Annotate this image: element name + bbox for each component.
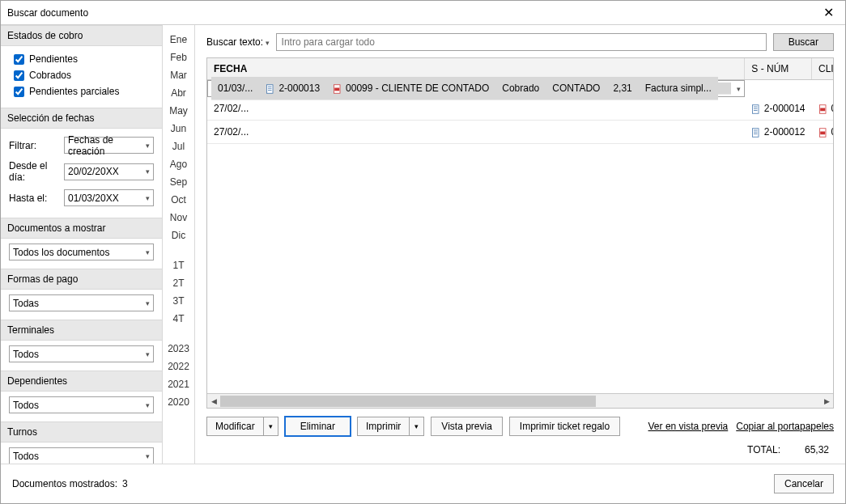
horizontal-scrollbar[interactable]: ◀ ▶ xyxy=(207,393,833,408)
month-nov[interactable]: Nov xyxy=(170,210,187,225)
period-picker: Ene Feb Mar Abr May Jun Jul Ago Sep Oct … xyxy=(163,25,195,464)
chk-cobrados[interactable]: Cobrados xyxy=(9,67,154,83)
search-bar: Buscar texto: Buscar xyxy=(195,25,845,57)
month-feb[interactable]: Feb xyxy=(170,49,187,65)
year-2020[interactable]: 2020 xyxy=(168,394,189,409)
turnos-select[interactable]: Todos xyxy=(9,447,154,464)
buscar-button[interactable]: Buscar xyxy=(773,33,834,51)
section-estados: Estados de cobro xyxy=(1,25,162,46)
chk-pendientes[interactable]: Pendientes xyxy=(9,51,154,67)
year-2022[interactable]: 2022 xyxy=(168,358,189,374)
imprimir-dropdown[interactable]: ▾ xyxy=(410,417,424,436)
table-row[interactable]: 01/03/...2-00001300099 - CLIENTE DE CONT… xyxy=(207,80,745,97)
hasta-label: Hasta el: xyxy=(9,193,61,204)
shown-count: 3 xyxy=(122,478,128,489)
svg-rect-0 xyxy=(267,85,274,94)
year-2021[interactable]: 2021 xyxy=(168,376,189,392)
ticket-regalo-button[interactable]: Imprimir ticket regalo xyxy=(509,417,620,436)
sidebar: Estados de cobro Pendientes Cobrados Pen… xyxy=(1,25,163,464)
section-turnos: Turnos xyxy=(1,421,162,443)
table-row[interactable]: 27/02/...2-00001400099 - CLIENTE DE CONT… xyxy=(207,97,833,121)
section-fechas: Selección de fechas xyxy=(1,108,162,129)
search-input[interactable] xyxy=(276,33,767,51)
hasta-date[interactable]: 01/03/20XX xyxy=(64,189,154,206)
total-row: TOTAL: 65,32 xyxy=(195,441,845,464)
table-row[interactable]: 27/02/...2-00001200002 - JUAN GARCIA CBC… xyxy=(207,121,833,144)
modificar-button[interactable]: Modificar xyxy=(206,417,264,436)
total-value: 65,32 xyxy=(805,444,829,455)
quarter-4t[interactable]: 4T xyxy=(172,311,184,326)
filtrar-label: Filtrar: xyxy=(9,140,61,151)
chk-parciales[interactable]: Pendientes parciales xyxy=(9,83,154,100)
quarter-2t[interactable]: 2T xyxy=(172,275,184,290)
docs-select[interactable]: Todos los documentos xyxy=(9,244,154,260)
month-jun[interactable]: Jun xyxy=(171,121,186,136)
formas-select[interactable]: Todas xyxy=(9,294,154,311)
section-formas: Formas de pago xyxy=(1,269,162,290)
scroll-thumb[interactable] xyxy=(220,396,596,407)
dialog-buscar-documento: Buscar documento ✕ Estados de cobro Pend… xyxy=(0,0,846,504)
action-row: Modificar ▾ Eliminar Imprimir ▾ Vista pr… xyxy=(195,409,845,441)
year-2023[interactable]: 2023 xyxy=(168,341,189,356)
month-may[interactable]: May xyxy=(169,103,188,118)
svg-rect-11 xyxy=(820,108,825,111)
link-copiar-portapapeles[interactable]: Copiar al portapapeles xyxy=(736,421,834,432)
svg-rect-6 xyxy=(752,105,759,114)
results-grid[interactable]: FECHA S - NÚM CLIENTE COBRO FORMA DE PAG… xyxy=(207,58,833,393)
link-vista-previa[interactable]: Ver en vista previa xyxy=(648,421,729,432)
imprimir-button[interactable]: Imprimir xyxy=(357,417,410,436)
month-sep[interactable]: Sep xyxy=(170,174,187,189)
quarter-3t[interactable]: 3T xyxy=(172,293,184,308)
modificar-dropdown[interactable]: ▾ xyxy=(264,417,278,436)
col-cliente[interactable]: CLIENTE xyxy=(812,58,833,80)
month-mar[interactable]: Mar xyxy=(170,67,187,83)
shown-label: Documentos mostrados: xyxy=(12,478,117,489)
total-label: TOTAL: xyxy=(747,444,780,455)
scroll-right-icon[interactable]: ▶ xyxy=(821,396,832,407)
terminales-select[interactable]: Todos xyxy=(9,345,154,362)
footer: Documentos mostrados: 3 Cancelar xyxy=(1,464,845,503)
dependientes-select[interactable]: Todos xyxy=(9,396,154,413)
desde-label: Desde el día: xyxy=(9,160,61,183)
month-ago[interactable]: Ago xyxy=(170,156,187,172)
quarter-1t[interactable]: 1T xyxy=(172,257,184,273)
search-label[interactable]: Buscar texto: xyxy=(206,36,270,48)
grid-wrap: FECHA S - NÚM CLIENTE COBRO FORMA DE PAG… xyxy=(206,57,834,409)
desde-date[interactable]: 20/02/20XX xyxy=(64,163,154,180)
close-icon[interactable]: ✕ xyxy=(818,3,839,22)
svg-rect-5 xyxy=(334,87,339,91)
modificar-split: Modificar ▾ xyxy=(206,417,278,436)
month-dic[interactable]: Dic xyxy=(172,227,185,243)
section-dependientes: Dependientes xyxy=(1,371,162,392)
vista-previa-button[interactable]: Vista previa xyxy=(431,417,502,436)
month-oct[interactable]: Oct xyxy=(171,192,186,207)
imprimir-split: Imprimir ▾ xyxy=(357,417,424,436)
col-snum[interactable]: S - NÚM xyxy=(745,58,812,80)
window-title: Buscar documento xyxy=(7,7,88,19)
eliminar-button[interactable]: Eliminar xyxy=(285,417,351,436)
month-abr[interactable]: Abr xyxy=(171,85,186,100)
month-ene[interactable]: Ene xyxy=(170,32,187,47)
svg-rect-17 xyxy=(820,131,825,134)
svg-rect-12 xyxy=(752,129,759,138)
section-terminales: Terminales xyxy=(1,320,162,341)
section-docs: Documentos a mostrar xyxy=(1,218,162,239)
main: Buscar texto: Buscar FECHA S - NÚM CLIEN… xyxy=(195,25,845,464)
month-jul[interactable]: Jul xyxy=(172,138,185,154)
cancelar-button[interactable]: Cancelar xyxy=(774,474,834,493)
filtrar-select[interactable]: Fechas de creación xyxy=(64,137,154,154)
scroll-left-icon[interactable]: ◀ xyxy=(208,396,219,407)
titlebar: Buscar documento ✕ xyxy=(1,1,845,25)
